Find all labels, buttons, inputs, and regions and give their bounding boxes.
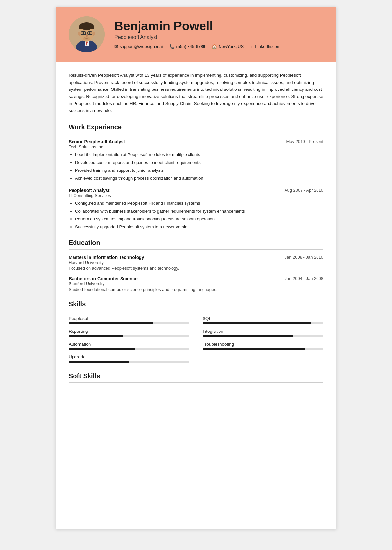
job-item-1: Senior Peoplesoft Analyst May 2010 - Pre… <box>69 139 323 182</box>
email-contact: ✉ support@cvdesigner.ai <box>114 44 163 49</box>
work-divider <box>69 134 323 134</box>
skill-item: Automation <box>69 342 189 350</box>
edu-item-1: Masters in Information Technology Jan 20… <box>69 255 323 271</box>
work-experience-title: Work Experience <box>69 123 323 131</box>
skill-bar-bg <box>69 335 189 337</box>
contact-info: ✉ support@cvdesigner.ai 📞 (555) 345-6789… <box>114 44 323 49</box>
skill-name: Troubleshooting <box>203 342 323 347</box>
edu-school-2: Stanford University <box>69 281 323 286</box>
job-company-1: Tech Solutions Inc. <box>69 144 323 149</box>
header-info: Benjamin Powell Peoplesoft Analyst ✉ sup… <box>114 20 323 49</box>
resume-header: Benjamin Powell Peoplesoft Analyst ✉ sup… <box>56 7 336 62</box>
email-icon: ✉ <box>114 44 118 49</box>
svg-point-8 <box>92 32 95 36</box>
phone-contact: 📞 (555) 345-6789 <box>169 44 205 49</box>
skill-bar-fill <box>203 335 293 337</box>
skill-name: Upgrade <box>69 354 189 359</box>
svg-rect-6 <box>79 26 94 29</box>
skill-item: Upgrade <box>69 354 189 363</box>
skill-bar-bg <box>69 322 189 324</box>
job-header-2: Peoplesoft Analyst Aug 2007 - Apr 2010 <box>69 188 323 193</box>
resume-body: Results-driven Peoplesoft Analyst with 1… <box>56 62 336 401</box>
job-bullets-2: Configured and maintained Peoplesoft HR … <box>69 200 323 231</box>
skill-item: Peoplesoft <box>69 316 189 324</box>
skill-item: Integration <box>203 329 323 337</box>
job-header-1: Senior Peoplesoft Analyst May 2010 - Pre… <box>69 139 323 144</box>
job-title-1: Senior Peoplesoft Analyst <box>69 139 125 144</box>
education-section: Education Masters in Information Technol… <box>69 239 323 292</box>
bullet-item: Achieved cost savings through process op… <box>75 175 323 182</box>
svg-point-7 <box>78 32 81 36</box>
edu-degree-1: Masters in Information Technology <box>69 255 144 260</box>
skill-name: Automation <box>69 342 189 347</box>
skill-bar-fill <box>69 335 123 337</box>
bullet-item: Configured and maintained Peoplesoft HR … <box>75 200 323 207</box>
skills-divider <box>69 311 323 311</box>
job-bullets-1: Lead the implementation of Peoplesoft mo… <box>69 151 323 182</box>
skills-grid: PeoplesoftSQLReportingIntegrationAutomat… <box>69 316 323 364</box>
resume-container: Benjamin Powell Peoplesoft Analyst ✉ sup… <box>56 7 336 529</box>
linkedin-icon: in <box>250 44 253 49</box>
skill-item: Reporting <box>69 329 189 337</box>
svg-point-14 <box>86 34 88 37</box>
edu-school-1: Harvard University <box>69 260 323 265</box>
education-title: Education <box>69 239 323 247</box>
edu-header-1: Masters in Information Technology Jan 20… <box>69 255 323 260</box>
skill-bar-fill <box>203 348 305 350</box>
job-item-2: Peoplesoft Analyst Aug 2007 - Apr 2010 I… <box>69 188 323 231</box>
skill-bar-fill <box>69 348 135 350</box>
skill-name: Peoplesoft <box>69 316 189 321</box>
job-title-2: Peoplesoft Analyst <box>69 188 110 193</box>
skill-bar-bg <box>203 322 323 324</box>
bullet-item: Lead the implementation of Peoplesoft mo… <box>75 151 323 158</box>
candidate-name: Benjamin Powell <box>114 20 323 33</box>
edu-desc-1: Focused on advanced Peoplesoft systems a… <box>69 266 323 271</box>
email-value: support@cvdesigner.ai <box>120 44 163 49</box>
soft-skills-section: Soft Skills <box>69 372 323 383</box>
edu-desc-2: Studied foundational computer science pr… <box>69 287 323 292</box>
job-company-2: IT Consulting Services <box>69 193 323 198</box>
skill-item: Troubleshooting <box>203 342 323 350</box>
skill-bar-fill <box>69 322 153 324</box>
linkedin-value: LinkedIn.com <box>255 44 280 49</box>
soft-skills-divider <box>69 382 323 383</box>
bullet-item: Provided training and support to junior … <box>75 167 323 174</box>
edu-header-2: Bachelors in Computer Science Jan 2004 -… <box>69 276 323 281</box>
svg-point-13 <box>89 32 91 34</box>
location-icon: 🏠 <box>212 44 217 49</box>
skill-bar-bg <box>203 335 323 337</box>
summary-text: Results-driven Peoplesoft Analyst with 1… <box>69 72 323 114</box>
location-contact: 🏠 NewYork, US <box>212 44 244 49</box>
edu-item-2: Bachelors in Computer Science Jan 2004 -… <box>69 276 323 292</box>
skills-section: Skills PeoplesoftSQLReportingIntegration… <box>69 300 323 364</box>
skill-item: SQL <box>203 316 323 324</box>
linkedin-contact: in LinkedIn.com <box>250 44 280 49</box>
location-value: NewYork, US <box>219 44 244 49</box>
edu-degree-2: Bachelors in Computer Science <box>69 276 138 281</box>
work-experience-section: Work Experience Senior Peoplesoft Analys… <box>69 123 323 231</box>
skill-name: Integration <box>203 329 323 334</box>
skill-bar-bg <box>69 361 189 363</box>
bullet-item: Developed custom reports and queries to … <box>75 159 323 166</box>
bullet-item: Collaborated with business stakeholders … <box>75 208 323 215</box>
skill-name: SQL <box>203 316 323 321</box>
candidate-title: Peoplesoft Analyst <box>114 34 323 40</box>
avatar <box>69 16 105 52</box>
phone-value: (555) 345-6789 <box>176 44 205 49</box>
skills-title: Skills <box>69 300 323 308</box>
svg-point-12 <box>83 32 84 34</box>
soft-skills-title: Soft Skills <box>69 372 323 380</box>
edu-divider <box>69 249 323 250</box>
skill-bar-bg <box>203 348 323 350</box>
skill-bar-fill <box>203 322 311 324</box>
bullet-item: Performed system testing and troubleshoo… <box>75 216 323 223</box>
edu-date-2: Jan 2004 - Jan 2008 <box>285 276 323 281</box>
edu-date-1: Jan 2008 - Jan 2010 <box>285 255 323 260</box>
job-date-2: Aug 2007 - Apr 2010 <box>285 188 323 193</box>
skill-name: Reporting <box>69 329 189 334</box>
skill-bar-bg <box>69 348 189 350</box>
bullet-item: Successfully upgraded Peoplesoft system … <box>75 223 323 231</box>
svg-point-15 <box>83 37 90 40</box>
job-date-1: May 2010 - Present <box>286 139 323 144</box>
skill-bar-fill <box>69 361 129 363</box>
